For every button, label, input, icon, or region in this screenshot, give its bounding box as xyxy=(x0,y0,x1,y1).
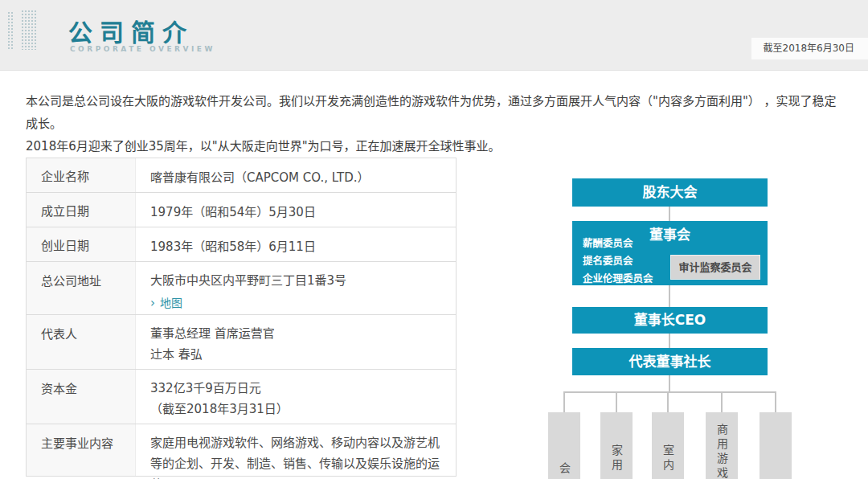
division-label: 室内 xyxy=(661,444,675,479)
representative-name: 辻本 春弘 xyxy=(150,344,448,365)
row-label: 代表人 xyxy=(27,315,136,369)
map-link[interactable]: ›地图 xyxy=(150,293,182,313)
division-label: 家用 xyxy=(609,444,624,479)
org-node-board-of-directors: 董事会 薪酬委员会 提名委员会 企业伦理委员会 审计监察委员会 xyxy=(572,221,768,285)
dots-decoration xyxy=(7,11,13,50)
page-title: 公司简介 xyxy=(68,13,194,48)
company-info-table: 企业名称 喀普康有限公司（CAPCOM CO., LTD.） 成立日期 1979… xyxy=(26,158,457,477)
row-value: 1979年（昭和54年）5月30日 xyxy=(136,193,456,227)
row-label: 资本金 xyxy=(27,370,136,424)
org-node-audit-committee: 审计监察委员会 xyxy=(670,255,760,280)
connector-line xyxy=(669,375,670,392)
table-row-representative: 代表人 董事总经理 首席运营官 辻本 春弘 xyxy=(27,315,456,370)
table-row-main-business: 主要事业内容 家庭用电视游戏软件、网络游戏、移动内容以及游艺机等的企划、开发、制… xyxy=(27,424,456,476)
connector-line xyxy=(669,334,670,348)
org-division-box: 室内 xyxy=(652,412,684,479)
intro-line-2: 2018年6月迎来了创业35周年，以"从大阪走向世界"为口号，正在加速展开全球性… xyxy=(26,135,845,158)
capital-asof: （截至2018年3月31日） xyxy=(150,399,448,420)
connector-line xyxy=(563,391,776,393)
committee-item: 企业伦理委员会 xyxy=(583,270,653,288)
intro-line-1: 本公司是总公司设在大阪的游戏软件开发公司。我们以开发充满创造性的游戏软件为优势，… xyxy=(26,90,845,135)
connector-line xyxy=(563,391,565,412)
capital-amount: 332亿3千9百万日元 xyxy=(150,378,448,399)
connector-line xyxy=(775,391,776,412)
org-node-shareholders-meeting: 股东大会 xyxy=(572,178,768,207)
org-division-box: 商用游戏 xyxy=(706,412,738,479)
map-link-label: 地图 xyxy=(160,297,182,309)
page-subtitle: CORPORATE OVERVIEW xyxy=(70,45,215,53)
table-row-capital: 资本金 332亿3千9百万日元 （截至2018年3月31日） xyxy=(27,370,456,424)
dots-decoration xyxy=(21,10,36,50)
org-node-chairman-ceo: 董事长CEO xyxy=(572,307,768,334)
address-text: 大阪市中央区内平野町三丁目1番3号 xyxy=(150,270,448,291)
row-value: 家庭用电视游戏软件、网络游戏、移动内容以及游艺机等的企划、开发、制造、销售、传输… xyxy=(136,424,456,476)
org-division-box xyxy=(760,412,792,479)
division-label: 商用游戏 xyxy=(714,424,729,479)
table-row-head-office-address: 总公司地址 大阪市中央区内平野町三丁目1番3号 ›地图 xyxy=(27,262,456,315)
row-value: 喀普康有限公司（CAPCOM CO., LTD.） xyxy=(136,158,456,192)
corporate-overview-page: 公司简介 CORPORATE OVERVIEW 截至2018年6月30日 本公司… xyxy=(0,0,868,479)
org-division-box: 家用 xyxy=(600,412,633,479)
page-header: 公司简介 CORPORATE OVERVIEW 截至2018年6月30日 xyxy=(0,0,868,71)
board-committees: 薪酬委员会 提名委员会 企业伦理委员会 xyxy=(583,235,653,288)
intro-paragraph: 本公司是总公司设在大阪的游戏软件开发公司。我们以开发充满创造性的游戏软件为优势，… xyxy=(26,90,845,158)
row-label: 总公司地址 xyxy=(27,262,136,314)
row-value: 董事总经理 首席运营官 辻本 春弘 xyxy=(136,315,456,369)
connector-line xyxy=(616,391,617,412)
row-value: 1983年（昭和58年）6月11日 xyxy=(136,227,456,261)
org-node-president: 代表董事社长 xyxy=(572,348,768,375)
org-division-box: 会 xyxy=(548,412,580,479)
row-label: 成立日期 xyxy=(27,193,136,227)
table-row-established-date: 成立日期 1979年（昭和54年）5月30日 xyxy=(27,193,456,227)
date-badge: 截至2018年6月30日 xyxy=(751,38,868,59)
table-row-company-name: 企业名称 喀普康有限公司（CAPCOM CO., LTD.） xyxy=(27,158,456,193)
representative-title: 董事总经理 首席运营官 xyxy=(150,323,448,344)
connector-line xyxy=(667,391,669,412)
connector-line xyxy=(669,207,670,221)
connector-line xyxy=(669,285,670,307)
row-value: 332亿3千9百万日元 （截至2018年3月31日） xyxy=(136,370,456,424)
division-label: 会 xyxy=(557,462,571,479)
row-label: 企业名称 xyxy=(27,158,136,192)
row-value: 大阪市中央区内平野町三丁目1番3号 ›地图 xyxy=(136,262,456,314)
row-label: 主要事业内容 xyxy=(27,424,136,476)
chevron-right-icon: › xyxy=(150,296,155,310)
table-row-founded-date: 创业日期 1983年（昭和58年）6月11日 xyxy=(27,227,456,262)
committee-item: 薪酬委员会 xyxy=(583,235,653,252)
row-label: 创业日期 xyxy=(27,227,136,261)
committee-item: 提名委员会 xyxy=(583,252,653,270)
connector-line xyxy=(721,391,723,412)
